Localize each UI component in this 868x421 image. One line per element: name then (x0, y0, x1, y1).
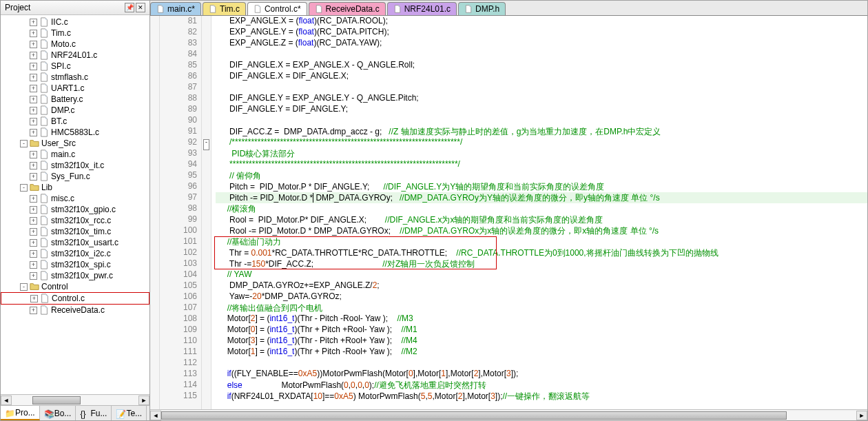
tree-folder-control[interactable]: -Control (1, 281, 149, 292)
fold-column[interactable]: - (202, 16, 211, 409)
code-line[interactable]: //横滚角 (216, 203, 867, 214)
tree-file-stm32f10x-tim-c[interactable]: +stm32f10x_tim.c (1, 226, 149, 237)
scroll-track[interactable] (12, 396, 138, 405)
code-line[interactable]: EXP_ANGLE.Y = (float)(RC_DATA.PITCH); (216, 27, 867, 38)
scroll-left-icon[interactable]: ◄ (150, 411, 161, 420)
code-line[interactable]: Pitch = PID_Motor.P * DIF_ANGLE.Y; //DIF… (216, 181, 867, 192)
file-tab-dmp-h[interactable]: DMP.h (458, 2, 506, 15)
bottom-tab-1[interactable]: 📚Bo... (40, 406, 76, 420)
panel-close-icon[interactable]: ✕ (136, 3, 145, 12)
tree-file-stm32f10x-i2c-c[interactable]: +stm32f10x_i2c.c (1, 248, 149, 259)
tree-toggle-icon[interactable]: + (30, 85, 37, 92)
tree-toggle-icon[interactable]: + (30, 74, 37, 81)
tree-toggle-icon[interactable]: - (20, 283, 28, 291)
tree-toggle-icon[interactable]: + (30, 151, 37, 158)
tree-toggle-icon[interactable]: + (30, 107, 37, 114)
tree-toggle-icon[interactable]: + (30, 239, 37, 247)
code-line[interactable]: EXP_ANGLE.Z = (float)(RC_DATA.YAW); (216, 38, 867, 49)
scroll-right-icon[interactable]: ► (138, 396, 149, 405)
tree-file-hmc5883l-c[interactable]: +HMC5883L.c (1, 127, 149, 138)
tree-toggle-icon[interactable]: + (30, 96, 37, 103)
code-line[interactable]: DIF_ANGLE.X = DIF_ANGLE.X; (216, 71, 867, 82)
file-tab-tim-c[interactable]: Tim.c (203, 2, 246, 15)
code-line[interactable]: if((FLY_ENABLE==0xA5))MotorPwmFlash(Moto… (216, 369, 867, 380)
code-line[interactable]: DMP_DATA.GYROz+=EXP_ANGLE.Z/2; (216, 280, 867, 291)
code-line[interactable]: Motor[3] = (int16_t)(Thr - Pitch +Rool+ … (216, 336, 867, 347)
tree-file-stm32f10x-rcc-c[interactable]: +stm32f10x_rcc.c (1, 215, 149, 226)
code-line[interactable]: ****************************************… (216, 159, 867, 170)
code-line[interactable]: DIF_ANGLE.Y = EXP_ANGLE.Y - Q_ANGLE.Pitc… (216, 93, 867, 104)
bottom-tab-3[interactable]: 📝Te... (112, 406, 147, 420)
tree-file-tim-c[interactable]: +Tim.c (1, 28, 149, 39)
panel-pin-icon[interactable]: 📌 (125, 3, 134, 12)
tree-file-uart1-c[interactable]: +UART1.c (1, 83, 149, 94)
tree-toggle-icon[interactable]: + (30, 195, 37, 203)
tree-folder-lib[interactable]: -Lib (1, 182, 149, 193)
tree-toggle-icon[interactable]: + (30, 206, 37, 214)
code-line[interactable]: // YAW (216, 269, 867, 280)
tree-toggle-icon[interactable]: + (30, 19, 37, 26)
fold-toggle-icon[interactable]: - (203, 139, 209, 150)
tree-toggle-icon[interactable]: + (30, 217, 37, 225)
project-tree[interactable]: +IIC.c+Tim.c+Moto.c+NRF24L01.c+SPI.c+stm… (1, 15, 149, 394)
tree-toggle-icon[interactable]: - (20, 140, 28, 147)
editor-hscroll[interactable]: ◄ ► (150, 409, 867, 420)
tree-toggle-icon[interactable]: + (30, 52, 37, 59)
tree-toggle-icon[interactable]: + (30, 228, 37, 236)
scroll-right-icon[interactable]: ► (856, 411, 867, 420)
code-line[interactable]: /***************************************… (216, 137, 867, 148)
tree-folder-user-src[interactable]: -User_Src (1, 138, 149, 149)
fold-cell[interactable]: - (202, 139, 211, 150)
tree-file-stm32f10x-pwr-c[interactable]: +stm32f10x_pwr.c (1, 270, 149, 281)
tree-file-control-c[interactable]: +Control.c (1, 292, 149, 305)
tree-file-misc-c[interactable]: +misc.c (1, 193, 149, 204)
code-line[interactable] (216, 358, 867, 369)
code-line[interactable]: else MotorPwmFlash(0,0,0,0);//避免飞机落地重启时突… (216, 380, 867, 391)
code-line[interactable] (216, 49, 867, 60)
file-tab-receivedata-c[interactable]: ReceiveData.c (309, 2, 386, 15)
code-line[interactable]: DIF_ANGLE.Y = DIF_ANGLE.Y; (216, 104, 867, 115)
file-tab-main-c-[interactable]: main.c* (150, 2, 201, 15)
tree-toggle-icon[interactable]: + (30, 272, 37, 280)
tree-file-main-c[interactable]: +main.c (1, 149, 149, 160)
tree-file-stm32f10x-spi-c[interactable]: +stm32f10x_spi.c (1, 259, 149, 270)
tree-file-bt-c[interactable]: +BT.c (1, 116, 149, 127)
code-line[interactable]: Thr = 0.001*RC_DATA.THROTTLE*RC_DATA.THR… (216, 247, 867, 258)
code-line[interactable]: Rool -= PID_Motor.D * DMP_DATA.GYROx; //… (216, 225, 867, 236)
code-line[interactable]: Motor[1] = (int16_t)(Thr + Pitch -Rool+ … (216, 347, 867, 358)
code-line[interactable] (216, 82, 867, 93)
tree-toggle-icon[interactable]: + (30, 129, 37, 136)
project-hscroll[interactable]: ◄ ► (1, 394, 149, 405)
tree-toggle-icon[interactable]: + (30, 41, 37, 48)
tree-toggle-icon[interactable]: + (30, 118, 37, 125)
tree-toggle-icon[interactable]: - (20, 184, 28, 192)
code-line[interactable]: Thr -=150*DIF_ACC.Z; //对Z轴用一次负反馈控制 (216, 258, 867, 269)
code-line[interactable]: Yaw=-20*DMP_DATA.GYROz; (216, 291, 867, 302)
tree-toggle-icon[interactable]: + (30, 63, 37, 70)
tree-file-dmp-c[interactable]: +DMP.c (1, 105, 149, 116)
tree-toggle-icon[interactable]: + (30, 261, 37, 269)
tree-file-battery-c[interactable]: +Battery.c (1, 94, 149, 105)
code-line[interactable]: if(NRF24L01_RXDATA[10]==0xA5) MotorPwmFl… (216, 391, 867, 402)
tree-file-stm32f10x-usart-c[interactable]: +stm32f10x_usart.c (1, 237, 149, 248)
bottom-tab-0[interactable]: 📁Pro... (1, 406, 40, 420)
code-line[interactable]: PID核心算法部分 (216, 148, 867, 159)
tree-file-receivedata-c[interactable]: +ReceiveData.c (1, 305, 149, 316)
scroll-thumb[interactable] (32, 396, 81, 404)
tree-toggle-icon[interactable]: + (30, 307, 37, 314)
file-tab-control-c-[interactable]: Control.c* (247, 2, 307, 15)
code-line[interactable]: // 俯仰角 (216, 170, 867, 181)
tree-toggle-icon[interactable]: + (30, 173, 37, 181)
bottom-tab-2[interactable]: {}Fu... (76, 406, 112, 420)
code-line[interactable]: //基础油门动力 (216, 236, 867, 247)
tree-file-spi-c[interactable]: +SPI.c (1, 61, 149, 72)
scroll-track[interactable] (161, 411, 856, 420)
scroll-left-icon[interactable]: ◄ (1, 396, 12, 405)
code-line[interactable]: EXP_ANGLE.X = (float)(RC_DATA.ROOL); (216, 16, 867, 27)
file-tab-nrf24l01-c[interactable]: NRF24L01.c (387, 2, 457, 15)
code-lines[interactable]: EXP_ANGLE.X = (float)(RC_DATA.ROOL); EXP… (211, 16, 867, 409)
tree-toggle-icon[interactable]: + (30, 295, 38, 302)
tree-file-moto-c[interactable]: +Moto.c (1, 39, 149, 50)
code-line[interactable]: Motor[0] = (int16_t)(Thr + Pitch +Rool- … (216, 325, 867, 336)
tree-file-sys-fun-c[interactable]: +Sys_Fun.c (1, 171, 149, 182)
